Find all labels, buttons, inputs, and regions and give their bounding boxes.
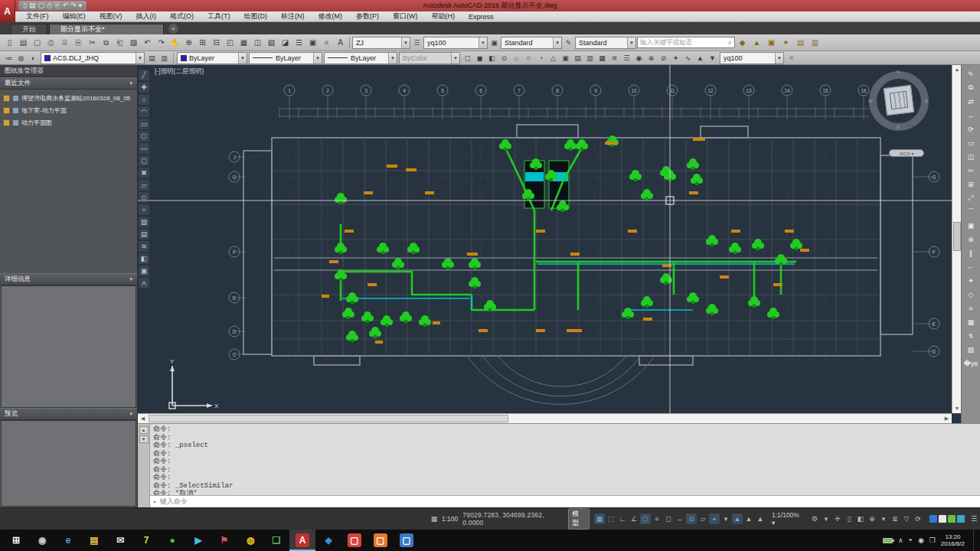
customization-menu-icon[interactable]: ☰ xyxy=(971,515,977,523)
modify-tool-icon-4[interactable]: ⟳ xyxy=(965,123,977,135)
menu-item-10[interactable]: 窗口(W) xyxy=(387,11,424,22)
status-toggle-8[interactable]: ⊙ xyxy=(686,514,697,524)
modify-tool-icon-3[interactable]: ↔ xyxy=(965,109,977,121)
autocad-logo-button[interactable]: A xyxy=(0,0,15,22)
property-tool-icon-4[interactable]: ⌂ xyxy=(511,53,522,64)
draw-tool-icon-9[interactable]: ▱ xyxy=(139,180,149,191)
tray-icon-3[interactable]: ❐ xyxy=(929,536,936,544)
status-notify-2[interactable] xyxy=(948,515,956,523)
property-tool-icon-20[interactable]: ▼ xyxy=(707,53,718,64)
status-toggle-9[interactable]: ▱ xyxy=(697,514,708,524)
property-tool-icon-7[interactable]: △ xyxy=(547,53,559,64)
status-toggle-4[interactable]: ⬡ xyxy=(640,514,651,524)
draw-tool-icon-0[interactable]: ╱ xyxy=(139,70,149,80)
modify-tool-icon-14[interactable]: ⌐ xyxy=(965,261,977,272)
status-tool-8[interactable]: ▽ xyxy=(901,514,912,524)
modify-tool-icon-7[interactable]: ✂ xyxy=(965,165,977,176)
status-toggle-2[interactable]: ∟ xyxy=(617,514,628,524)
status-toggle-7[interactable]: ↔ xyxy=(675,514,685,524)
status-toggle-14[interactable]: ▲ xyxy=(755,514,766,524)
property-tool-icon-6[interactable]: ◔ xyxy=(535,53,547,64)
menu-item-3[interactable]: 插入(I) xyxy=(130,11,163,22)
modify-tool-icon-15[interactable]: ✦ xyxy=(965,275,977,286)
status-tool-7[interactable]: ≣ xyxy=(890,514,900,524)
tb1-icon-22[interactable]: ▣ xyxy=(306,37,319,49)
draw-tool-icon-10[interactable]: ◇ xyxy=(139,192,149,203)
draw-tool-icon-11[interactable]: ⌗ xyxy=(139,204,149,215)
tb1-icon-15[interactable]: ⊟ xyxy=(210,37,223,49)
modify-tool-icon-21[interactable]: �ув xyxy=(965,357,977,369)
draw-tool-icon-14[interactable]: ≋ xyxy=(139,241,149,252)
menu-item-12[interactable]: Express xyxy=(462,12,500,21)
taskbar-app-green[interactable]: ● xyxy=(159,530,185,551)
text-style-icon[interactable]: ▣ xyxy=(488,37,500,48)
taskbar-app-red[interactable]: ▢ xyxy=(341,530,368,551)
recent-file-item-2[interactable]: 动力平面图 xyxy=(2,116,136,129)
vertical-scroll-thumb[interactable] xyxy=(953,222,961,251)
layer-state-icon-1[interactable]: ▥ xyxy=(158,53,170,64)
property-tool-icon-9[interactable]: ▤ xyxy=(572,53,583,64)
taskbar-app-blue[interactable]: ▢ xyxy=(394,530,420,551)
taskbar-mail[interactable]: ✉ xyxy=(107,530,133,551)
taskbar-app-dark[interactable]: ◉ xyxy=(29,530,55,551)
status-toggle-11[interactable]: ▾ xyxy=(720,514,731,524)
qat-icon-4[interactable]: ⎘ xyxy=(54,2,60,10)
tb1-icon-4[interactable]: ⌸ xyxy=(58,37,71,49)
pencil-icon[interactable]: ✎ xyxy=(563,37,574,48)
modify-tool-icon-0[interactable]: ✎ xyxy=(965,68,977,80)
property-tool-icon-12[interactable]: ≋ xyxy=(609,53,620,64)
tb1-icon-24[interactable]: A xyxy=(334,37,347,49)
property-tool-icon-15[interactable]: ⊕ xyxy=(645,53,657,64)
layer-tool-icon-2[interactable]: ◐ xyxy=(28,53,39,64)
qat-icon-5[interactable]: ↶ xyxy=(62,2,68,10)
modify-tool-icon-20[interactable]: ▧ xyxy=(965,344,977,355)
tb1-icon-5[interactable]: ⎘ xyxy=(72,37,85,49)
tb1-icon-3[interactable]: ⎙ xyxy=(44,37,57,49)
combo-arrow-icon[interactable]: ▼ xyxy=(238,53,247,64)
tb1-icon-19[interactable]: ▧ xyxy=(265,37,278,49)
status-toggle-13[interactable]: ▲ xyxy=(743,514,754,524)
property-tool-icon-11[interactable]: ▦ xyxy=(596,53,608,64)
qat-icon-2[interactable]: ▢ xyxy=(38,2,44,10)
infocenter-icon-0[interactable]: ◆ xyxy=(736,37,749,49)
status-toggle-5[interactable]: ≡ xyxy=(652,514,662,524)
taskbar-explorer[interactable]: ▤ xyxy=(81,530,107,551)
tab-start[interactable]: 开始 xyxy=(11,24,47,34)
menu-item-1[interactable]: 编辑(E) xyxy=(57,11,92,22)
infocenter-search-input[interactable]: 输入关键字或短语⌕ xyxy=(637,37,735,48)
status-notify-1[interactable] xyxy=(939,515,946,523)
tb1-icon-18[interactable]: ◫ xyxy=(251,37,264,49)
search-icon[interactable]: ⌕ xyxy=(728,38,732,47)
draw-tool-icon-3[interactable]: ◠ xyxy=(139,106,149,117)
tb1-icon-6[interactable]: ✂ xyxy=(86,37,99,49)
status-toggle-12[interactable]: ▲ xyxy=(732,514,743,524)
status-tool-2[interactable]: ✛ xyxy=(832,514,843,524)
taskbar-autocad[interactable]: A xyxy=(289,530,315,551)
draw-tool-icon-1[interactable]: ✚ xyxy=(139,82,149,93)
draw-tool-icon-13[interactable]: ▤ xyxy=(139,229,149,240)
draw-tool-icon-15[interactable]: ◧ xyxy=(139,253,149,264)
taskbar-app-cards[interactable]: ❏ xyxy=(263,530,289,551)
taskbar-app-gem[interactable]: ◆ xyxy=(315,530,341,551)
modify-tool-icon-17[interactable]: ≡ xyxy=(965,302,977,314)
tb1-icon-11[interactable]: ↷ xyxy=(155,37,168,49)
modify-tool-icon-9[interactable]: ⤢ xyxy=(965,192,977,204)
taskbar-app-orange[interactable]: ▢ xyxy=(368,530,394,551)
menu-item-8[interactable]: 修改(M) xyxy=(312,11,349,22)
property-tool-icon-14[interactable]: ◉ xyxy=(633,53,645,64)
tb1-icon-13[interactable]: ⊕ xyxy=(182,37,195,49)
taskbar-edge[interactable]: e xyxy=(55,530,81,551)
tb1-icon-17[interactable]: ▦ xyxy=(237,37,250,49)
tb1-icon-14[interactable]: ⊞ xyxy=(196,37,209,49)
modify-tool-icon-2[interactable]: ⇄ xyxy=(965,96,977,107)
viewcube-south[interactable]: S xyxy=(897,125,900,129)
tb1-icon-10[interactable]: ↶ xyxy=(141,37,154,49)
menu-item-9[interactable]: 参数(P) xyxy=(350,11,385,22)
annotation-scale-button[interactable]: 1:1/100% ▾ xyxy=(772,511,803,527)
status-toggle-1[interactable]: ⬚ xyxy=(606,514,616,524)
draw-tool-icon-2[interactable]: ○ xyxy=(139,94,149,105)
list-icon[interactable]: ☰ xyxy=(411,37,423,48)
viewport-label[interactable]: [-]照明(二层照明) xyxy=(155,67,204,77)
drawing-canvas[interactable]: 12345678910111213141516JGFEDCGFEDYX [-]照… xyxy=(138,65,961,423)
draw-tool-icon-6[interactable]: 〰 xyxy=(139,143,149,154)
